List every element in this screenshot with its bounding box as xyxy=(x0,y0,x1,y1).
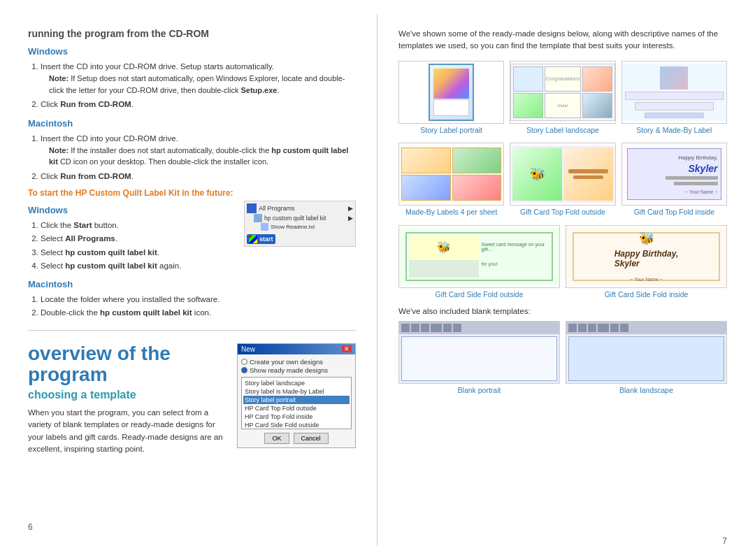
gc-left-panel: 🐝 xyxy=(512,148,562,201)
macintosh-label-1: Macintosh xyxy=(28,118,356,129)
toolbar-icon-11 xyxy=(610,324,619,332)
blank-toolbar-2 xyxy=(566,322,726,334)
landscape-cell-5: Viola! xyxy=(545,93,580,118)
template-blank-portrait: Blank portrait xyxy=(398,321,560,395)
start-menu-icon-2 xyxy=(254,214,262,222)
toolbar-icon-4 xyxy=(431,324,442,332)
start-bold: Start xyxy=(73,221,92,229)
quad-1 xyxy=(401,148,451,173)
list-item-3[interactable]: Story label portrait xyxy=(243,396,350,404)
cancel-button[interactable]: Cancel xyxy=(294,433,329,444)
macintosh-label-2: Macintosh xyxy=(28,279,356,289)
gc-line-a xyxy=(666,176,718,180)
start-menu-label-1: All Programs xyxy=(259,205,295,212)
setup-exe: Setup.exe xyxy=(240,86,277,94)
blank-templates-grid: Blank portrait xyxy=(398,321,727,395)
gc-side-outside-label: Gift Card Side Fold outside xyxy=(435,290,523,299)
dialog-buttons: OK Cancel xyxy=(241,433,352,444)
dialog-body: Create your own designs Show ready made … xyxy=(238,354,355,447)
landscape-cell-3 xyxy=(582,66,612,92)
gc-inside-bee: 🐝 xyxy=(639,231,654,246)
hp-kit-bold-4: hp custom quilt label kit xyxy=(100,308,192,317)
gc-bee-1: 🐝 xyxy=(530,166,545,182)
mac-steps: Insert the CD into your CD-ROM drive. No… xyxy=(41,133,356,183)
gc-line-1 xyxy=(568,169,608,173)
story-landscape-label: Story Label landscape xyxy=(526,126,599,135)
toolbar-icon-6 xyxy=(453,324,461,332)
template-story-landscape: Congratulations Viola! Story Label lands… xyxy=(510,61,615,135)
gc-inside-content: Happy Birthday, Skyler ~ Your Name ~ xyxy=(627,148,721,200)
windows-step-1-text: Insert the CD into your CD-ROM drive. Se… xyxy=(41,62,274,71)
list-item-6[interactable]: HP Card Side Fold outside xyxy=(243,421,350,429)
windows-label-1: Windows xyxy=(28,46,356,57)
list-item-4[interactable]: HP Card Top Fold outside xyxy=(243,404,350,412)
windows-note: Note: If Setup does not start automatica… xyxy=(49,73,356,96)
made-by-line-2 xyxy=(635,102,714,110)
story-portrait-img xyxy=(398,61,504,124)
dialog-close-btn[interactable]: ✕ xyxy=(342,345,352,352)
toolbar-icon-1 xyxy=(401,324,410,332)
dialog-title-text: New xyxy=(241,345,255,353)
story-portrait-label: Story Label portrait xyxy=(420,126,482,135)
story-portrait-visual xyxy=(429,64,474,121)
mac2-step-2: Double-click the hp custom quilt label k… xyxy=(41,307,356,319)
gc-line-b xyxy=(674,182,717,185)
start-menu-icon-3 xyxy=(261,223,268,231)
templates-grid-row2: Made-By Labels 4 per sheet 🐝 Gift xyxy=(398,143,727,217)
right-column: We've shown some of the ready-made desig… xyxy=(378,14,755,546)
gc-top-outside-img: 🐝 xyxy=(510,143,615,206)
gc-side-outside-img: 🐝 Sweet card message on your gift... for… xyxy=(398,225,560,288)
divider xyxy=(28,330,356,331)
section1-title: running the program from the CD-ROM xyxy=(28,28,356,39)
start-menu-icon-1 xyxy=(247,203,257,213)
toolbar-icon-5 xyxy=(443,324,452,332)
template-story-made-by: Story & Made-By Label xyxy=(621,61,727,135)
blank-toolbar-1 xyxy=(399,322,559,334)
mac-step-1: Insert the CD into your CD-ROM drive. No… xyxy=(41,133,356,168)
template-gc-side-outside: 🐝 Sweet card message on your gift... for… xyxy=(398,225,560,299)
list-item-5[interactable]: HP Card Top Fold inside xyxy=(243,412,350,421)
list-item-2[interactable]: Story label is Made-by Label xyxy=(243,387,350,396)
mac-step-1-text: Insert the CD into your CD-ROM drive. xyxy=(41,134,178,143)
landscape-cell-1 xyxy=(513,66,543,92)
story-landscape-grid: Congratulations Viola! xyxy=(511,64,614,120)
blank-intro: We've also included blank templates: xyxy=(398,307,727,315)
start-button: start xyxy=(247,234,275,244)
blank-landscape-img xyxy=(566,321,727,384)
all-programs-bold: All Programs xyxy=(65,234,115,243)
dialog-list[interactable]: Story label landscape Story label is Mad… xyxy=(241,377,352,429)
gc-side-inside-content: 🐝 Happy Birthday,Skyler ~ Your Name ~ xyxy=(573,232,721,281)
gc-top-outside-visual: 🐝 xyxy=(510,145,614,203)
dialog-title-bar: New ✕ xyxy=(238,344,355,354)
list-item-1[interactable]: Story label landscape xyxy=(243,379,350,387)
gc-inside-skyler: Happy Birthday,Skyler xyxy=(614,249,679,268)
made-by-photo xyxy=(660,66,688,90)
gc-inside-sig: ~ Your Name ~ xyxy=(630,277,663,282)
toolbar-icon-12 xyxy=(620,324,628,332)
template-blank-landscape: Blank landscape xyxy=(566,321,727,395)
run-bold-mac: Run from CD-ROM xyxy=(60,172,131,180)
gc-side-msg-text: Sweet card message on your gift... xyxy=(482,242,549,252)
intro-text: We've shown some of the ready-made desig… xyxy=(398,28,727,52)
toolbar-icon-7 xyxy=(568,324,577,332)
win-dialog-screenshot: New ✕ Create your own designs Show ready… xyxy=(237,343,356,448)
gc-right-panel xyxy=(563,148,613,201)
gc-birthday-text: Happy Birthday, xyxy=(678,155,717,161)
gc-side-bee: 🐝 xyxy=(409,236,479,259)
gc-side-bottom-left xyxy=(409,260,479,278)
radio-dot-1 xyxy=(241,359,247,365)
landscape-cell-4 xyxy=(513,93,543,118)
windows-step-1: Insert the CD into your CD-ROM drive. Se… xyxy=(41,61,356,96)
radio-row-2: Show ready made designs xyxy=(241,366,352,374)
gc-side-inside-label: Gift Card Side Fold inside xyxy=(605,290,689,299)
template-story-portrait: Story Label portrait xyxy=(398,61,504,135)
made-by-line-1 xyxy=(625,92,724,100)
run-bold-1: Run from CD-ROM xyxy=(60,100,131,108)
story-made-by-visual xyxy=(622,64,726,121)
radio-group: Create your own designs Show ready made … xyxy=(241,358,352,374)
ok-button[interactable]: OK xyxy=(264,433,289,444)
made-by-4-visual xyxy=(399,145,503,203)
gc-side-content: 🐝 Sweet card message on your gift... for… xyxy=(405,232,554,281)
story-landscape-visual: Congratulations Viola! xyxy=(510,64,614,121)
gc-top-inside-visual: Happy Birthday, Skyler ~ Your Name ~ xyxy=(622,145,726,203)
